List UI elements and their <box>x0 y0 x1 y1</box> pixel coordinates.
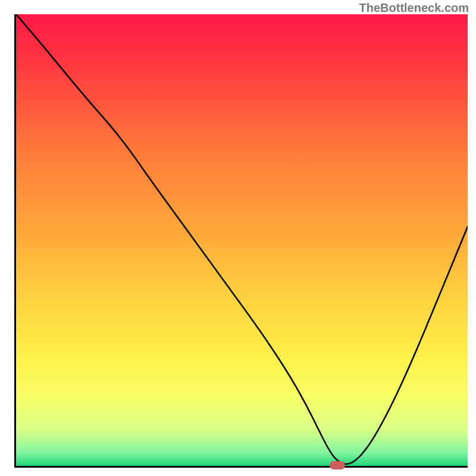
optimal-marker <box>330 461 345 469</box>
watermark-text: TheBottleneck.com <box>359 1 469 15</box>
plot-area <box>14 14 468 468</box>
background-gradient <box>16 14 468 466</box>
svg-rect-0 <box>16 14 468 466</box>
chart-stage: TheBottleneck.com <box>0 0 476 476</box>
